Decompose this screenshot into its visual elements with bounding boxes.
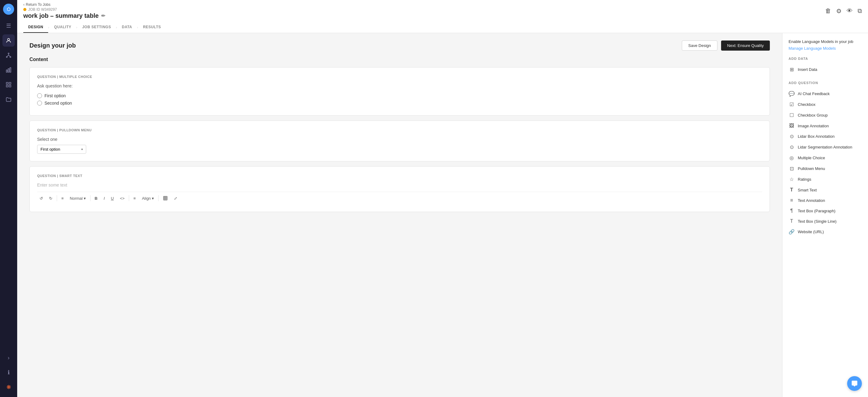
panel-item-ai-chat-feedback[interactable]: 💬 AI Chat Feedback bbox=[788, 88, 862, 99]
panel-item-website-url[interactable]: 🔗 Website (URL) bbox=[788, 226, 862, 237]
underline-button[interactable]: U bbox=[108, 195, 116, 202]
sidebar-item-hierarchy[interactable] bbox=[2, 49, 15, 61]
q1-radio-1[interactable] bbox=[37, 93, 42, 98]
add-question-section: ADD QUESTION 💬 AI Chat Feedback ☑ Checkb… bbox=[788, 81, 862, 237]
expand-button[interactable]: ⤢ bbox=[172, 195, 180, 202]
ratings-icon: ☆ bbox=[788, 176, 795, 182]
editor-toolbar: ↺ ↻ ≡ Normal ▾ B I U <> ≡ Al bbox=[37, 192, 762, 204]
panel-item-text-annotation[interactable]: ≡ Text Annotation bbox=[788, 195, 862, 206]
edit-title-icon[interactable]: ✏ bbox=[101, 13, 105, 19]
llm-section: Enable Language Models in your job Manag… bbox=[788, 39, 862, 51]
insert-data-item[interactable]: ⊞ Insert Data bbox=[788, 64, 862, 75]
q1-option-1[interactable]: First option bbox=[37, 93, 762, 98]
ai-chat-icon: 💬 bbox=[788, 91, 795, 97]
design-title: Design your job bbox=[29, 42, 76, 49]
job-title: work job – summary table bbox=[23, 12, 99, 19]
panel-item-multiple-choice[interactable]: ◎ Multiple Choice bbox=[788, 152, 862, 163]
tab-job-settings[interactable]: JOB SETTINGS bbox=[77, 22, 116, 33]
tab-results[interactable]: RESULTS bbox=[138, 22, 166, 33]
content-section-title: Content bbox=[29, 57, 770, 62]
undo-button[interactable]: ↺ bbox=[37, 195, 45, 202]
svg-point-3 bbox=[10, 57, 11, 57]
text-annotation-icon: ≡ bbox=[788, 197, 795, 203]
sidebar-item-users[interactable] bbox=[2, 34, 15, 47]
svg-rect-9 bbox=[10, 68, 11, 72]
italic-button[interactable]: I bbox=[101, 195, 107, 202]
sidebar-item-folder[interactable] bbox=[2, 93, 15, 105]
svg-rect-7 bbox=[6, 70, 7, 72]
tab-design[interactable]: DESIGN bbox=[23, 22, 48, 33]
q1-radio-2[interactable] bbox=[37, 101, 42, 105]
panel-item-text-box-paragraph[interactable]: ¶ Text Box (Paragraph) bbox=[788, 206, 862, 216]
align-dropdown[interactable]: Align ▾ bbox=[140, 195, 156, 202]
redo-button[interactable]: ↻ bbox=[46, 195, 55, 202]
sidebar-logo[interactable]: ⬡ bbox=[3, 4, 14, 15]
svg-point-1 bbox=[8, 53, 9, 54]
pulldown-menu-icon: ⊡ bbox=[788, 166, 795, 172]
lidar-seg-label: Lidar Segmentation Annotation bbox=[798, 145, 852, 149]
checkbox-group-icon: ☐ bbox=[788, 112, 795, 118]
panel-item-pulldown-menu[interactable]: ⊡ Pulldown Menu bbox=[788, 163, 862, 174]
topbar-actions: 🗑 ⚙ 👁 ⧉ bbox=[825, 7, 862, 15]
align-arrow-icon: ▾ bbox=[152, 196, 154, 201]
question-card-multiple-choice: QUESTION | Multiple Choice Ask question … bbox=[29, 67, 770, 116]
tab-quality[interactable]: QUALITY bbox=[49, 22, 76, 33]
back-button[interactable]: ‹ Return To Jobs bbox=[23, 2, 105, 7]
panel-item-checkbox[interactable]: ☑ Checkbox bbox=[788, 99, 862, 110]
svg-rect-8 bbox=[8, 69, 9, 72]
sidebar-item-expand[interactable]: › bbox=[2, 352, 15, 364]
panel-item-text-box-single[interactable]: T Text Box (Single Line) bbox=[788, 216, 862, 226]
q2-dropdown[interactable]: First option ▾ bbox=[37, 145, 86, 154]
q1-option-2[interactable]: Second option bbox=[37, 101, 762, 105]
q1-question-text[interactable]: Ask question here: bbox=[37, 84, 762, 88]
smart-text-icon: T bbox=[788, 187, 795, 193]
insert-data-icon: ⊞ bbox=[788, 67, 795, 72]
q3-placeholder[interactable]: Enter some text bbox=[37, 183, 762, 187]
toolbar-sep-4 bbox=[158, 195, 159, 201]
panel-item-lidar-box[interactable]: ⊙ Lidar Box Annotation bbox=[788, 131, 862, 142]
sidebar-item-info[interactable]: ℹ bbox=[2, 366, 15, 378]
question-card-pulldown: QUESTION | Pulldown Menu Select one Firs… bbox=[29, 121, 770, 161]
style-dropdown[interactable]: Normal ▾ bbox=[67, 195, 88, 202]
panel-item-smart-text[interactable]: T Smart Text bbox=[788, 185, 862, 195]
manage-language-models-link[interactable]: Manage Language Models bbox=[788, 46, 836, 51]
chat-button[interactable] bbox=[847, 376, 862, 391]
sidebar-item-apps[interactable] bbox=[2, 79, 15, 91]
lidar-box-icon: ⊙ bbox=[788, 133, 795, 139]
sidebar-item-home[interactable]: ☰ bbox=[2, 20, 15, 32]
settings-icon[interactable]: ⚙ bbox=[836, 7, 842, 15]
toolbar-sep-1 bbox=[57, 195, 57, 201]
svg-point-2 bbox=[6, 57, 7, 57]
preview-icon[interactable]: 👁 bbox=[846, 7, 852, 14]
image-annotation-icon: 🖼 bbox=[788, 123, 795, 128]
sidebar-item-chart[interactable] bbox=[2, 64, 15, 76]
ai-chat-label: AI Chat Feedback bbox=[798, 91, 830, 96]
q1-option-2-label: Second option bbox=[44, 101, 72, 105]
multiple-choice-label: Multiple Choice bbox=[798, 156, 825, 160]
panel-item-lidar-seg[interactable]: ⊙ Lidar Segmentation Annotation bbox=[788, 142, 862, 152]
add-question-title: ADD QUESTION bbox=[788, 81, 862, 85]
next-quality-button[interactable]: Next: Ensure Quality bbox=[721, 40, 770, 51]
svg-rect-13 bbox=[9, 85, 11, 87]
code-button[interactable]: <> bbox=[118, 195, 127, 202]
q1-option-1-label: First option bbox=[44, 93, 66, 98]
bold-button[interactable]: B bbox=[92, 195, 100, 202]
text-box-single-label: Text Box (Single Line) bbox=[798, 219, 836, 224]
svg-rect-10 bbox=[6, 83, 8, 84]
panel-item-checkbox-group[interactable]: ☐ Checkbox Group bbox=[788, 110, 862, 121]
save-design-button[interactable]: Save Design bbox=[682, 40, 717, 51]
svg-line-5 bbox=[7, 55, 8, 57]
back-label: Return To Jobs bbox=[26, 2, 51, 7]
panel-item-ratings[interactable]: ☆ Ratings bbox=[788, 174, 862, 185]
align-left-button[interactable]: ≡ bbox=[59, 195, 66, 202]
list-button[interactable]: ≡ bbox=[131, 195, 138, 202]
panel-item-image-annotation[interactable]: 🖼 Image Annotation bbox=[788, 121, 862, 131]
tab-data[interactable]: DATA bbox=[117, 22, 137, 33]
toolbar-sep-2 bbox=[90, 195, 91, 201]
q2-select-label: Select one bbox=[37, 137, 762, 142]
table-button[interactable] bbox=[160, 194, 170, 202]
copy-icon[interactable]: ⧉ bbox=[858, 7, 862, 14]
sidebar-item-brand[interactable]: ❋ bbox=[2, 381, 15, 393]
delete-icon[interactable]: 🗑 bbox=[825, 7, 831, 14]
text-box-paragraph-label: Text Box (Paragraph) bbox=[798, 209, 836, 213]
